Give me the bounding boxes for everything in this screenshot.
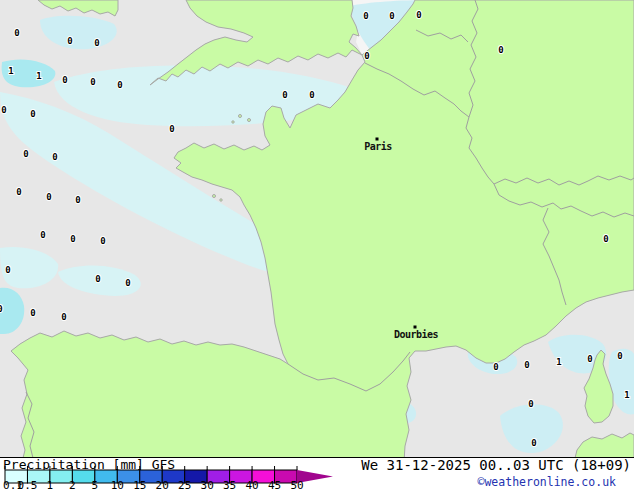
legend-tick-label: 2 bbox=[69, 479, 76, 490]
precip-value: 0 bbox=[30, 308, 35, 318]
precip-value: 0 bbox=[46, 192, 51, 202]
precip-value: 0 bbox=[61, 312, 66, 322]
precip-value: 0 bbox=[100, 236, 105, 246]
precip-value: 0 bbox=[95, 274, 100, 284]
forecast-timestamp: We 31-12-2025 00..03 UTC (18+09) bbox=[361, 457, 631, 473]
precip-value: 0 bbox=[524, 360, 529, 370]
precip-value: 0 bbox=[603, 234, 608, 244]
small-island bbox=[232, 121, 234, 123]
precip-value: 1 bbox=[8, 66, 13, 76]
precip-value: 0 bbox=[94, 38, 99, 48]
island-jersey bbox=[239, 115, 242, 118]
precip-value: 0 bbox=[1, 105, 6, 115]
precip-value: 0 bbox=[23, 149, 28, 159]
legend-tick-label: 40 bbox=[245, 479, 258, 490]
precip-value: 1 bbox=[556, 357, 561, 367]
legend-tick-label: 20 bbox=[156, 479, 169, 490]
precip-value: 0 bbox=[30, 109, 35, 119]
legend-tick-label: 15 bbox=[133, 479, 146, 490]
precip-value: 0 bbox=[14, 28, 19, 38]
city-label: Paris bbox=[364, 141, 392, 152]
precip-value: 0 bbox=[416, 10, 421, 20]
precip-value: 0 bbox=[528, 399, 533, 409]
legend-tick-label: 30 bbox=[201, 479, 214, 490]
copyright-text: ©weatheronline.co.uk bbox=[478, 475, 617, 489]
precip-value: 0 bbox=[493, 362, 498, 372]
legend-tick-label: 25 bbox=[178, 479, 191, 490]
precip-value: 1 bbox=[624, 390, 629, 400]
legend-tick-label: 5 bbox=[92, 479, 99, 490]
city-label: Dourbies bbox=[394, 329, 439, 340]
legend-tick-label: 50 bbox=[290, 479, 303, 490]
precipitation-map: ParisDourbies 00011000000000000000000000… bbox=[0, 0, 634, 490]
legend-tick-label: 35 bbox=[223, 479, 236, 490]
precip-value: 0 bbox=[75, 195, 80, 205]
legend-color-bar bbox=[5, 470, 333, 483]
precip-value: 0 bbox=[40, 230, 45, 240]
island-guernsey bbox=[248, 119, 251, 122]
precip-value: 0 bbox=[62, 75, 67, 85]
precip-value: 0 bbox=[90, 77, 95, 87]
legend-tick-label: 45 bbox=[268, 479, 281, 490]
precip-value: 0 bbox=[16, 187, 21, 197]
precip-value: 0 bbox=[364, 51, 369, 61]
precip-value: 1 bbox=[36, 71, 41, 81]
precip-value: 0 bbox=[498, 45, 503, 55]
precip-value: 0 bbox=[125, 278, 130, 288]
precip-value: 0 bbox=[67, 36, 72, 46]
precip-value: 0 bbox=[363, 11, 368, 21]
legend: Precipitation [mm] GFS 0.10.512510152025… bbox=[0, 457, 634, 490]
small-island bbox=[213, 195, 216, 198]
precip-value: 0 bbox=[5, 265, 10, 275]
precip-value: 0 bbox=[52, 152, 57, 162]
precip-value: 0 bbox=[282, 90, 287, 100]
precip-value: 0 bbox=[0, 304, 3, 314]
precip-value: 0 bbox=[117, 80, 122, 90]
legend-tick-label: 0.5 bbox=[18, 479, 38, 490]
legend-tick-label: 10 bbox=[111, 479, 124, 490]
precip-value: 0 bbox=[617, 351, 622, 361]
precip-value: 0 bbox=[169, 124, 174, 134]
legend-tick-label: 1 bbox=[47, 479, 54, 490]
precip-value: 0 bbox=[70, 234, 75, 244]
precip-value: 0 bbox=[587, 354, 592, 364]
precip-value: 0 bbox=[531, 438, 536, 448]
small-island bbox=[220, 199, 222, 201]
weather-map-page: ParisDourbies 00011000000000000000000000… bbox=[0, 0, 634, 490]
precip-value: 0 bbox=[309, 90, 314, 100]
precip-value: 0 bbox=[389, 11, 394, 21]
